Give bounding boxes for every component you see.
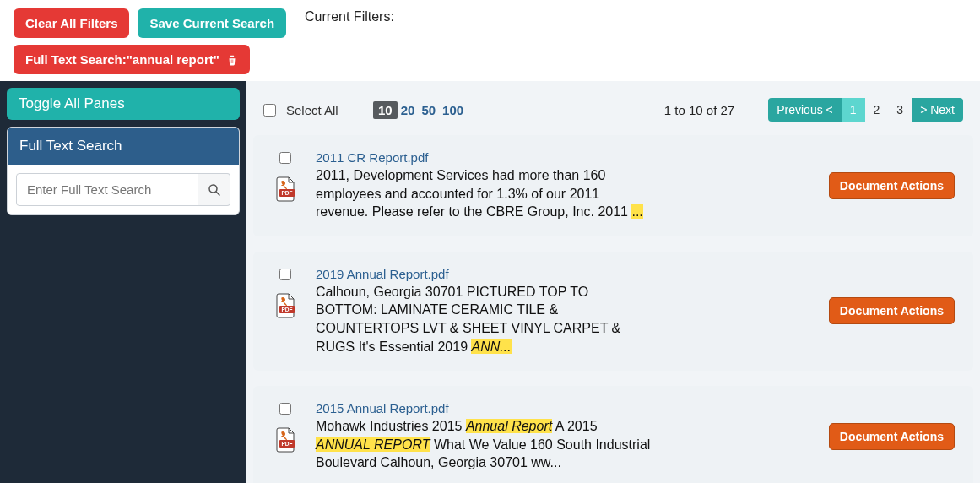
result-title-link[interactable]: 2011 CR Report.pdf (316, 150, 428, 165)
pagination-previous[interactable]: Previous < (768, 98, 842, 122)
document-actions-button[interactable]: Document Actions (829, 172, 955, 199)
svg-line-1 (216, 192, 219, 195)
page-size-50[interactable]: 50 (418, 101, 439, 119)
select-all-checkbox[interactable] (263, 104, 276, 117)
results-list: 2011 CR Report.pdf2011, Development Serv… (246, 135, 980, 483)
result-card: 2011 CR Report.pdf2011, Development Serv… (253, 135, 973, 236)
full-text-search-input[interactable] (16, 173, 198, 206)
pagination-page-2[interactable]: 2 (865, 98, 889, 122)
filter-chip-label: Full Text Search:"annual report" (25, 52, 219, 67)
trash-icon (226, 53, 238, 67)
top-row-1: Clear All Filters Save Current Search (14, 8, 286, 38)
sidebar: Toggle All Panes Full Text Search (0, 81, 246, 483)
current-filters-label: Current Filters: (305, 8, 394, 26)
top-bar: Clear All Filters Save Current Search Fu… (0, 0, 980, 74)
result-checkbox[interactable] (279, 269, 291, 280)
result-body: 2011 CR Report.pdf2011, Development Serv… (316, 150, 812, 221)
toggle-panes-button[interactable]: Toggle All Panes (7, 88, 240, 120)
result-body: 2015 Annual Report.pdfMohawk Industries … (316, 401, 812, 472)
search-input-row (8, 165, 239, 214)
result-actions-col: Document Actions (829, 423, 955, 450)
page-size-20[interactable]: 20 (398, 101, 419, 119)
search-card: Full Text Search (7, 127, 240, 215)
result-card: 2019 Annual Report.pdfCalhoun, Georgia 3… (253, 252, 973, 371)
result-left-col (272, 401, 299, 453)
results-header: Select All 102050100 1 to 10 of 27 Previ… (246, 98, 980, 135)
page-size-100[interactable]: 100 (439, 101, 467, 119)
result-snippet: Calhoun, Georgia 30701 PICTURED TOP TO B… (316, 283, 653, 355)
result-snippet: 2011, Development Services had more than… (316, 166, 653, 221)
result-title-link[interactable]: 2015 Annual Report.pdf (316, 401, 449, 415)
search-button[interactable] (198, 173, 230, 206)
search-card-header: Full Text Search (8, 128, 239, 165)
clear-filters-button[interactable]: Clear All Filters (14, 8, 129, 38)
page-size-selector: 102050100 (373, 101, 467, 119)
result-body: 2019 Annual Report.pdfCalhoun, Georgia 3… (316, 267, 812, 355)
top-row-2: Full Text Search:"annual report" (14, 45, 286, 74)
filter-chip[interactable]: Full Text Search:"annual report" (14, 45, 250, 74)
pdf-icon (272, 426, 299, 453)
select-all-label: Select All (286, 103, 338, 117)
svg-point-0 (209, 185, 217, 193)
result-count: 1 to 10 of 27 (664, 103, 734, 117)
pagination: Previous <123> Next (768, 98, 963, 122)
result-card: 2015 Annual Report.pdfMohawk Industries … (253, 386, 973, 483)
result-actions-col: Document Actions (829, 297, 955, 324)
result-left-col (272, 267, 299, 319)
page-size-10[interactable]: 10 (373, 101, 398, 119)
main: Toggle All Panes Full Text Search Select… (0, 81, 980, 483)
document-actions-button[interactable]: Document Actions (829, 423, 955, 450)
search-icon (207, 182, 222, 198)
result-checkbox[interactable] (279, 152, 291, 164)
pagination-page-3[interactable]: 3 (888, 98, 912, 122)
pagination-page-1[interactable]: 1 (842, 98, 865, 122)
save-search-button[interactable]: Save Current Search (138, 8, 286, 38)
result-title-link[interactable]: 2019 Annual Report.pdf (316, 267, 449, 281)
document-actions-button[interactable]: Document Actions (829, 297, 955, 324)
result-left-col (272, 150, 299, 203)
select-all-group: Select All (263, 103, 373, 117)
results-area: Select All 102050100 1 to 10 of 27 Previ… (246, 81, 980, 483)
pagination-next[interactable]: > Next (912, 98, 963, 122)
result-actions-col: Document Actions (829, 172, 955, 199)
result-snippet: Mohawk Industries 2015 Annual Report A 2… (316, 417, 653, 472)
pdf-icon (272, 176, 299, 203)
top-buttons-group: Clear All Filters Save Current Search Fu… (14, 8, 286, 74)
result-checkbox[interactable] (279, 403, 291, 415)
pdf-icon (272, 292, 299, 319)
